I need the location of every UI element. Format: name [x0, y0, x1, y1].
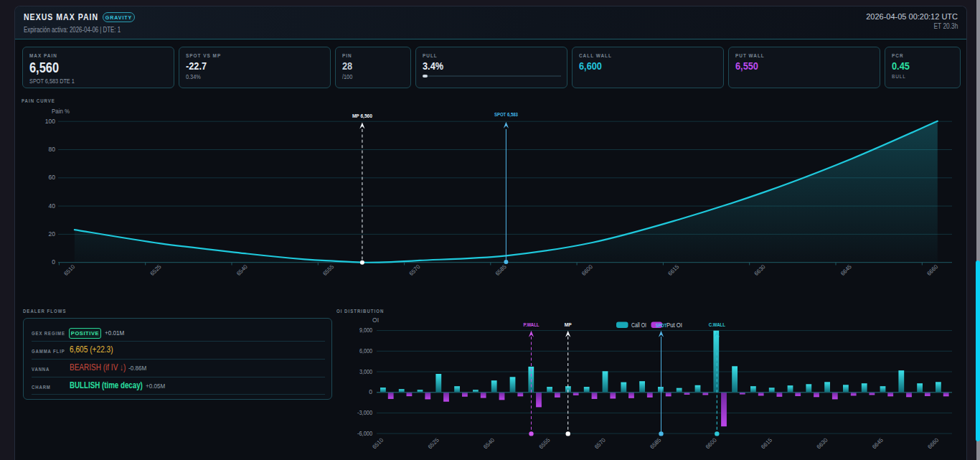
- svg-text:6525: 6525: [427, 436, 440, 450]
- svg-text:OI: OI: [372, 316, 379, 324]
- svg-text:6600: 6600: [580, 263, 594, 277]
- svg-text:-3,000: -3,000: [357, 409, 372, 416]
- svg-text:6660: 6660: [926, 436, 940, 450]
- svg-text:6615: 6615: [760, 436, 773, 450]
- svg-text:Pain %: Pain %: [52, 108, 70, 115]
- svg-text:6570: 6570: [408, 263, 422, 277]
- svg-text:6540: 6540: [235, 263, 249, 277]
- svg-text:C.WALL: C.WALL: [709, 322, 726, 327]
- svg-text:6600: 6600: [705, 436, 718, 450]
- svg-text:6630: 6630: [816, 436, 829, 450]
- svg-text:60: 60: [49, 174, 56, 181]
- svg-text:SPOT 6,583: SPOT 6,583: [494, 111, 518, 118]
- svg-text:MP: MP: [565, 322, 572, 327]
- svg-text:6,000: 6,000: [359, 347, 372, 355]
- svg-text:6510: 6510: [62, 263, 76, 277]
- svg-text:40: 40: [49, 202, 56, 210]
- svg-text:6645: 6645: [871, 436, 885, 450]
- svg-text:6585: 6585: [649, 436, 662, 450]
- svg-text:-6,000: -6,000: [357, 430, 372, 437]
- svg-text:Call OI: Call OI: [631, 321, 646, 329]
- svg-text:6555: 6555: [538, 436, 552, 450]
- svg-text:6585: 6585: [494, 263, 508, 277]
- svg-text:Put OI: Put OI: [666, 321, 682, 329]
- svg-text:6570: 6570: [593, 436, 607, 450]
- svg-text:3,000: 3,000: [359, 368, 372, 375]
- svg-text:6645: 6645: [839, 263, 853, 277]
- svg-text:P.WALL: P.WALL: [524, 322, 540, 327]
- svg-text:6555: 6555: [321, 263, 335, 277]
- svg-text:6615: 6615: [666, 263, 680, 277]
- svg-text:20: 20: [49, 230, 56, 238]
- svg-text:6540: 6540: [482, 436, 496, 450]
- svg-text:SPOT: SPOT: [656, 323, 667, 328]
- svg-text:6510: 6510: [371, 436, 385, 450]
- svg-text:80: 80: [49, 146, 56, 153]
- svg-text:6660: 6660: [925, 263, 939, 277]
- svg-text:9,000: 9,000: [359, 327, 372, 334]
- svg-text:MP 6,560: MP 6,560: [352, 113, 372, 119]
- svg-text:6630: 6630: [753, 263, 767, 277]
- svg-text:0: 0: [369, 388, 372, 395]
- svg-text:100: 100: [45, 118, 55, 125]
- svg-text:0: 0: [52, 258, 55, 266]
- svg-text:6525: 6525: [149, 263, 163, 277]
